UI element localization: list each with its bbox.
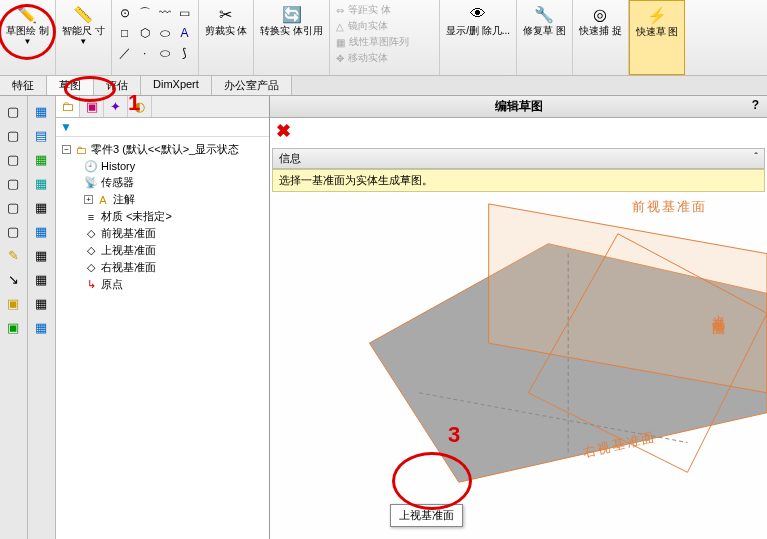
ribbon-group-convert: 🔄 转换实 体引用	[254, 0, 330, 75]
square-icon[interactable]: □	[116, 24, 134, 42]
trim-label: 剪裁实 体	[205, 25, 248, 36]
spline-icon[interactable]: 〰	[156, 4, 174, 22]
cube3-icon[interactable]: ▢	[2, 148, 24, 170]
main-area: ▢ ▢ ▢ ▢ ▢ ▢ ✎ ↘ ▣ ▣ ▦ ▤ ▦ ▦ ▦ ▦ ▦ ▦ ▦ ▦ …	[0, 96, 767, 539]
eye-icon: 👁	[468, 4, 488, 24]
tree-right-plane[interactable]: ◇右视基准面	[78, 259, 269, 276]
cube2-icon[interactable]: ▢	[2, 124, 24, 146]
pencil-icon: ✏️	[17, 4, 37, 24]
help-icon[interactable]: ?	[752, 98, 759, 112]
circle-icon[interactable]: ⊙	[116, 4, 134, 22]
collapse-icon[interactable]: −	[62, 145, 71, 154]
grid4-icon[interactable]: ▦	[30, 196, 52, 218]
tree-front-plane[interactable]: ◇前视基准面	[78, 225, 269, 242]
mirror-button[interactable]: △镜向实体	[334, 18, 435, 34]
table-icon[interactable]: ▦	[30, 100, 52, 122]
pencil2-icon[interactable]: ✎	[2, 244, 24, 266]
expand-icon[interactable]: +	[84, 195, 93, 204]
copy-icon[interactable]: ▣	[2, 292, 24, 314]
move-button[interactable]: ✥移动实体	[334, 50, 435, 66]
plane-tooltip: 上视基准面	[390, 504, 463, 527]
ribbon-group-show: 👁 显示/删 除几...	[440, 0, 517, 75]
ribbon-group-dim: 📏 智能尺 寸 ▼	[56, 0, 112, 75]
close-icon[interactable]: ✖	[276, 120, 291, 142]
line-icon[interactable]: ／	[116, 44, 134, 62]
funnel-icon: ▼	[60, 120, 72, 134]
tab-features[interactable]: 特征	[0, 76, 47, 95]
ribbon-group-quicksketch: ⚡ 快速草 图	[629, 0, 686, 75]
arc-icon[interactable]: ⌒	[136, 4, 154, 22]
property-header: 编辑草图 ?	[270, 96, 767, 118]
grid2-icon[interactable]: ▦	[30, 148, 52, 170]
offset-icon: ⇔	[336, 5, 344, 16]
tree-root[interactable]: −🗀零件3 (默认<<默认>_显示状态	[56, 141, 269, 158]
grid6-icon[interactable]: ▦	[30, 244, 52, 266]
quick-sketch-button[interactable]: ⚡ 快速草 图	[634, 3, 681, 39]
tree-history[interactable]: 🕘History	[78, 158, 269, 174]
tree-filter[interactable]: ▼	[56, 118, 269, 137]
origin-icon: ↳	[84, 278, 98, 292]
show-hide-button[interactable]: 👁 显示/删 除几...	[444, 2, 512, 38]
info-title-bar[interactable]: 信息 ˆ	[272, 148, 765, 169]
green-icon[interactable]: ▣	[2, 316, 24, 338]
header-title: 编辑草图	[495, 99, 543, 113]
offset-button[interactable]: ⇔等距实 体	[334, 2, 435, 18]
cube-icon[interactable]: ▢	[2, 100, 24, 122]
repair-icon: 🔧	[534, 4, 554, 24]
tree-annotations[interactable]: +A注解	[78, 191, 269, 208]
tree-top-plane[interactable]: ◇上视基准面	[78, 242, 269, 259]
quick-snap-label: 快速捕 捉	[579, 25, 622, 36]
plane-icon: ◇	[84, 244, 98, 258]
cube6-icon[interactable]: ▢	[2, 220, 24, 242]
info-message: 选择一基准面为实体生成草图。	[272, 169, 765, 192]
arrow-icon[interactable]: ↘	[2, 268, 24, 290]
tree-tab-config[interactable]: ▣	[80, 96, 104, 117]
dimension-icon: 📏	[73, 4, 93, 24]
smart-dim-label: 智能尺 寸	[62, 25, 105, 36]
chevron-down-icon: ▼	[79, 37, 87, 46]
cube4-icon[interactable]: ▢	[2, 172, 24, 194]
grid5-icon[interactable]: ▦	[30, 220, 52, 242]
ribbon-group-shapes: ⊙ ⌒ 〰 ▭ □ ⬡ ⬭ A ／ · ⬭ ⟆	[112, 0, 199, 75]
list-icon[interactable]: ▤	[30, 124, 52, 146]
tree-origin[interactable]: ↳原点	[78, 276, 269, 293]
point-icon[interactable]: ·	[136, 44, 154, 62]
ellipse-icon[interactable]: ⬭	[156, 24, 174, 42]
grid8-icon[interactable]: ▦	[30, 292, 52, 314]
mirror-icon: △	[336, 21, 344, 32]
tab-sketch[interactable]: 草图	[47, 76, 94, 95]
grid3-icon[interactable]: ▦	[30, 172, 52, 194]
pattern-button[interactable]: ▦线性草图阵列	[334, 34, 435, 50]
bolt-icon: ⚡	[647, 5, 667, 25]
annotation-num-1: 1	[128, 90, 140, 116]
tree-tab-display[interactable]: ✦	[104, 96, 128, 117]
history-icon: 🕘	[84, 159, 98, 173]
sensor-icon: 📡	[84, 176, 98, 190]
tree-material[interactable]: ≡材质 <未指定>	[78, 208, 269, 225]
tree-tab-feature[interactable]: 🗀	[56, 96, 80, 117]
fillet-icon[interactable]: ⟆	[176, 44, 194, 62]
trim-button[interactable]: ✂ 剪裁实 体	[203, 2, 250, 38]
sketch-draw-button[interactable]: ✏️ 草图绘 制 ▼	[4, 2, 51, 48]
convert-button[interactable]: 🔄 转换实 体引用	[258, 2, 325, 38]
left-toolbar-1: ▢ ▢ ▢ ▢ ▢ ▢ ✎ ↘ ▣ ▣	[0, 96, 28, 539]
plane-icon: ◇	[84, 227, 98, 241]
tree-sensors[interactable]: 📡传感器	[78, 174, 269, 191]
grid9-icon[interactable]: ▦	[30, 316, 52, 338]
rect-icon[interactable]: ▭	[176, 4, 194, 22]
smart-dim-button[interactable]: 📏 智能尺 寸 ▼	[60, 2, 107, 48]
text-icon[interactable]: A	[176, 24, 194, 42]
cube5-icon[interactable]: ▢	[2, 196, 24, 218]
tab-dimxpert[interactable]: DimXpert	[141, 76, 212, 95]
slot-icon[interactable]: ⬭	[156, 44, 174, 62]
quick-sketch-label: 快速草 图	[636, 26, 679, 37]
repair-button[interactable]: 🔧 修复草 图	[521, 2, 568, 38]
annotation-num-3: 3	[448, 422, 460, 448]
grid7-icon[interactable]: ▦	[30, 268, 52, 290]
tab-office[interactable]: 办公室产品	[212, 76, 292, 95]
poly-icon[interactable]: ⬡	[136, 24, 154, 42]
collapse-caret-icon[interactable]: ˆ	[754, 151, 758, 166]
quick-snap-button[interactable]: ◎ 快速捕 捉	[577, 2, 624, 38]
viewport[interactable]: 前视基准面 上视基准面 右视基准面 上视基准面	[270, 194, 767, 539]
ribbon-group-snap: ◎ 快速捕 捉	[573, 0, 629, 75]
